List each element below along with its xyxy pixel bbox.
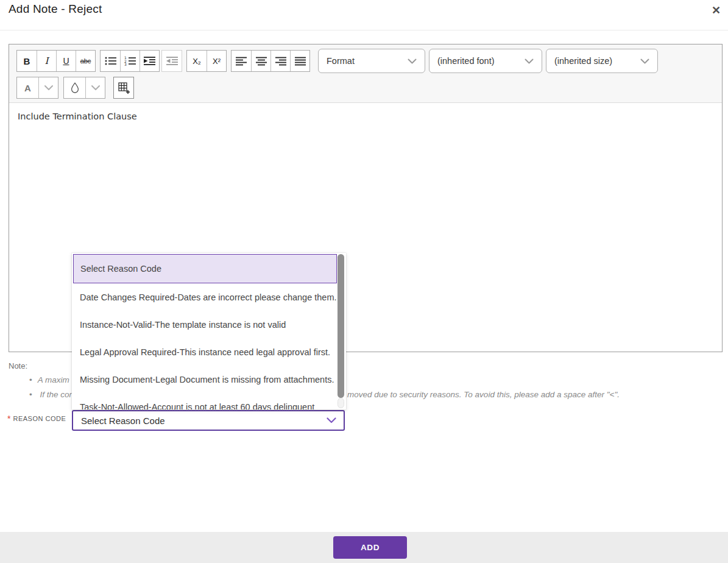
indent-icon <box>144 56 155 66</box>
chevron-down-icon <box>91 85 100 90</box>
scrollbar-thumb[interactable] <box>337 254 344 398</box>
underline-button[interactable]: U <box>56 51 76 71</box>
reason-code-label: * REASON CODE <box>7 415 66 422</box>
chevron-down-icon <box>640 58 649 64</box>
align-justify-icon <box>295 57 306 66</box>
note-heading: Note: <box>9 361 27 370</box>
close-icon[interactable]: ✕ <box>712 5 721 16</box>
chevron-down-icon <box>44 85 53 90</box>
droplet-icon <box>71 82 79 93</box>
bullet-list-icon <box>105 56 116 66</box>
subscript-button[interactable]: X₂ <box>187 51 207 71</box>
align-left-icon <box>236 57 247 66</box>
bg-color-button[interactable] <box>64 77 85 98</box>
font-dropdown[interactable]: (inherited font) <box>429 49 542 73</box>
add-note-dialog: Add Note - Reject ✕ B I U abc 123 <box>0 0 728 563</box>
outdent-button[interactable] <box>162 51 182 71</box>
insert-table-button[interactable] <box>113 77 134 99</box>
dropdown-scrollbar[interactable] <box>337 254 344 408</box>
italic-button[interactable]: I <box>37 51 56 71</box>
chevron-down-icon <box>408 58 417 64</box>
bg-color-menu-button[interactable] <box>85 77 105 98</box>
table-plus-icon <box>118 82 130 94</box>
required-asterisk: * <box>7 415 10 422</box>
superscript-button[interactable]: X² <box>207 51 226 71</box>
reason-code-select[interactable]: Select Reason Code <box>72 410 345 431</box>
note-bullet-2-tail: moved due to security reasons. To avoid … <box>347 390 620 399</box>
editor-text: Include Termination Clause <box>18 112 137 121</box>
reason-option[interactable]: Date Changes Required-Dates are incorrec… <box>72 283 346 311</box>
outdent-group <box>161 50 182 72</box>
bold-button[interactable]: B <box>17 51 37 71</box>
align-right-button[interactable] <box>270 51 290 71</box>
text-color-button[interactable]: A <box>17 77 38 98</box>
align-left-button[interactable] <box>231 51 251 71</box>
bullet-list-button[interactable] <box>101 51 120 71</box>
outdent-icon <box>166 56 178 66</box>
reason-option[interactable]: Legal Approval Required-This instance ne… <box>72 338 346 366</box>
text-color-group: A <box>16 77 58 99</box>
reason-option-selected[interactable]: Select Reason Code <box>73 254 337 283</box>
align-center-button[interactable] <box>251 51 270 71</box>
format-dropdown[interactable]: Format <box>318 49 425 73</box>
dialog-footer: ADD <box>0 532 728 563</box>
header-divider <box>0 30 728 30</box>
text-style-group: B I U abc <box>16 50 96 72</box>
align-justify-button[interactable] <box>290 51 309 71</box>
text-color-menu-button[interactable] <box>38 77 58 98</box>
size-dropdown[interactable]: (inherited size) <box>546 49 658 73</box>
indent-button[interactable] <box>140 51 159 71</box>
editor-toolbar: B I U abc 123 <box>9 44 722 103</box>
list-group: 123 <box>100 50 160 72</box>
numbered-list-icon: 123 <box>124 56 136 66</box>
reason-code-value: Select Reason Code <box>81 416 165 426</box>
dialog-title: Add Note - Reject <box>9 2 102 16</box>
strikethrough-button[interactable]: abc <box>76 51 95 71</box>
numbered-list-button[interactable]: 123 <box>120 51 140 71</box>
script-group: X₂ X² <box>186 50 227 72</box>
align-right-icon <box>275 57 286 66</box>
add-button[interactable]: ADD <box>333 536 407 559</box>
reason-option[interactable]: Task-Not-Allowed-Account is not at least… <box>72 393 346 409</box>
svg-text:3: 3 <box>124 62 127 66</box>
align-center-icon <box>256 57 267 66</box>
scrollbar-track-end <box>337 398 344 408</box>
note-bullet-1: A maxim <box>29 375 69 384</box>
reason-option[interactable]: Instance-Not-Valid-The template instance… <box>72 311 346 338</box>
reason-option[interactable]: Missing Document-Legal Document is missi… <box>72 366 346 393</box>
reason-code-listbox: Select Reason Code Date Changes Required… <box>72 253 346 409</box>
bg-color-group <box>63 77 105 99</box>
chevron-down-icon <box>327 417 336 423</box>
align-group <box>231 50 310 72</box>
chevron-down-icon <box>525 58 534 64</box>
